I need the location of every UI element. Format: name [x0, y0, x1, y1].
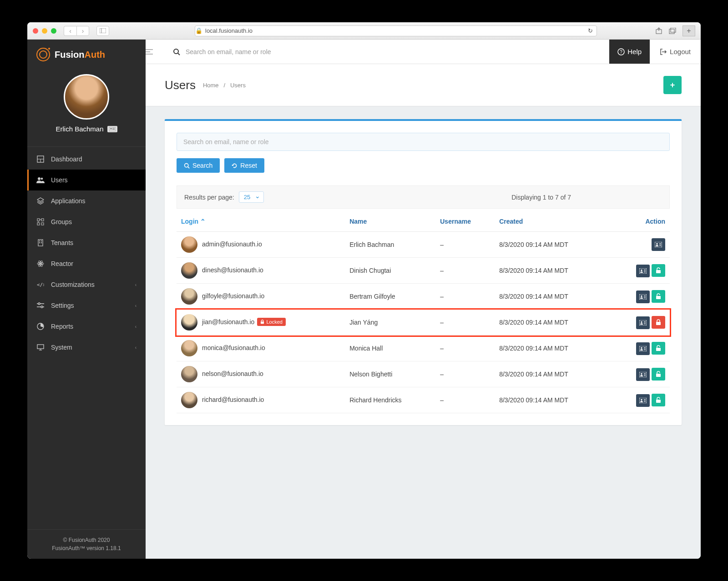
svg-rect-23	[39, 242, 40, 243]
browser-sidebar-button[interactable]	[96, 26, 109, 36]
results-per-page-select[interactable]: 25	[239, 191, 264, 203]
topbar-search-input[interactable]	[186, 48, 601, 55]
svg-rect-63	[656, 296, 661, 299]
svg-rect-3	[669, 29, 674, 34]
add-user-button[interactable]: +	[663, 76, 682, 94]
manage-user-button[interactable]	[652, 238, 665, 251]
window-minimize-button[interactable]	[42, 28, 47, 34]
nav-label: Reactor	[51, 260, 73, 267]
col-action: Action	[611, 211, 670, 232]
manage-user-button[interactable]	[636, 394, 650, 407]
sidebar-item-system[interactable]: System ‹	[27, 337, 146, 358]
profile-name-text: Erlich Bachman	[56, 125, 103, 133]
user-actions	[611, 284, 670, 310]
window-close-button[interactable]	[33, 28, 38, 34]
lock-user-button[interactable]	[652, 264, 665, 277]
table-row[interactable]: dinesh@fusionauth.io Dinish Chugtai – 8/…	[177, 258, 670, 284]
table-row[interactable]: admin@fusionauth.io Erlich Bachman – 8/3…	[177, 232, 670, 258]
user-username: –	[435, 361, 495, 387]
col-login[interactable]: Login ⌃	[177, 211, 345, 232]
search-button-label: Search	[192, 162, 212, 169]
manage-user-button[interactable]	[636, 290, 650, 303]
table-row[interactable]: nelson@fusionauth.io Nelson Bighetti – 8…	[177, 361, 670, 387]
table-row[interactable]: jian@fusionauth.ioLocked Jian Yáng – 8/3…	[177, 310, 670, 336]
lock-user-button[interactable]	[652, 368, 665, 381]
unlock-user-button[interactable]	[652, 316, 665, 329]
logo-text: FusionAuth	[55, 50, 105, 60]
brand-logo[interactable]: FusionAuth	[27, 40, 146, 70]
user-created: 8/3/2020 09:14 AM MDT	[495, 258, 610, 284]
browser-back-button[interactable]: ‹	[64, 26, 76, 36]
svg-rect-4	[671, 28, 676, 32]
col-name[interactable]: Name	[345, 211, 435, 232]
sidebar-item-dashboard[interactable]: Dashboard	[27, 149, 146, 170]
sidebar-item-groups[interactable]: Groups	[27, 211, 146, 232]
svg-rect-16	[37, 223, 40, 225]
search-icon	[184, 163, 190, 169]
logout-button[interactable]: Logout	[650, 40, 701, 64]
manage-user-button[interactable]	[636, 342, 650, 355]
browser-window: ‹ › 🔒 local.fusionauth.io ↻ + Fusi	[27, 22, 701, 559]
user-name: Monica Hall	[345, 336, 435, 361]
user-login: richard@fusionauth.io	[202, 396, 264, 403]
lock-user-button[interactable]	[652, 342, 665, 355]
svg-rect-24	[41, 242, 42, 243]
topbar-search	[165, 48, 609, 55]
page-title: Users	[165, 78, 196, 92]
user-username: –	[435, 258, 495, 284]
new-tab-button[interactable]: +	[682, 25, 695, 36]
col-created[interactable]: Created	[495, 211, 610, 232]
locked-badge: Locked	[257, 318, 285, 326]
svg-point-25	[40, 263, 41, 265]
copyright-text: © FusionAuth 2020	[34, 536, 139, 544]
chevron-left-icon: ‹	[135, 324, 136, 329]
reload-icon[interactable]: ↻	[588, 27, 593, 34]
sidebar-item-applications[interactable]: Applications	[27, 190, 146, 211]
user-created: 8/3/2020 09:14 AM MDT	[495, 284, 610, 310]
nav-label: Applications	[51, 197, 86, 205]
sidebar-item-tenants[interactable]: Tenants	[27, 232, 146, 253]
search-button[interactable]: Search	[177, 158, 220, 173]
sidebar-item-settings[interactable]: Settings ‹	[27, 295, 146, 316]
manage-user-button[interactable]	[636, 316, 650, 329]
breadcrumb-home[interactable]: Home	[203, 82, 219, 89]
profile-card-icon[interactable]	[107, 126, 117, 132]
lock-user-button[interactable]	[652, 394, 665, 406]
tenants-icon	[36, 239, 45, 247]
svg-point-13	[41, 178, 43, 180]
table-row[interactable]: richard@fusionauth.io Richard Hendricks …	[177, 387, 670, 413]
tabs-icon[interactable]	[669, 28, 676, 34]
sidebar-item-reports[interactable]: Reports ‹	[27, 316, 146, 337]
sidebar-toggle-button[interactable]	[146, 49, 165, 55]
window-zoom-button[interactable]	[51, 28, 56, 34]
user-created: 8/3/2020 09:14 AM MDT	[495, 387, 610, 413]
users-table: Login ⌃ Name Username Created Action adm…	[177, 211, 670, 413]
logout-label: Logout	[670, 48, 691, 55]
manage-user-button[interactable]	[636, 368, 650, 381]
user-username: –	[435, 284, 495, 310]
manage-user-button[interactable]	[636, 265, 650, 277]
table-row[interactable]: gilfoyle@fusionauth.io Bertram Gilfoyle …	[177, 284, 670, 310]
sidebar-item-customizations[interactable]: </> Customizations ‹	[27, 274, 146, 295]
table-row[interactable]: monica@fusionauth.io Monica Hall – 8/3/2…	[177, 336, 670, 361]
browser-url-bar[interactable]: 🔒 local.fusionauth.io ↻	[195, 25, 597, 36]
browser-forward-button[interactable]: ›	[76, 26, 89, 36]
svg-rect-15	[41, 219, 44, 221]
col-username[interactable]: Username	[435, 211, 495, 232]
user-actions	[611, 258, 670, 284]
reactor-icon	[36, 260, 45, 268]
reset-button[interactable]: Reset	[224, 158, 264, 173]
nav-label: Dashboard	[51, 155, 82, 163]
svg-line-42	[178, 53, 180, 55]
svg-point-66	[641, 321, 642, 323]
profile-avatar[interactable]	[64, 74, 109, 120]
main-content: ? Help Logout Users Home / Users	[146, 40, 701, 559]
sidebar-item-users[interactable]: Users	[27, 170, 146, 190]
share-icon[interactable]	[655, 27, 662, 35]
user-search-input[interactable]	[177, 133, 670, 151]
lock-user-button[interactable]	[652, 290, 665, 303]
nav-label: Reports	[51, 323, 73, 330]
help-button[interactable]: ? Help	[609, 40, 650, 64]
settings-icon	[36, 301, 45, 310]
sidebar-item-reactor[interactable]: Reactor	[27, 253, 146, 274]
